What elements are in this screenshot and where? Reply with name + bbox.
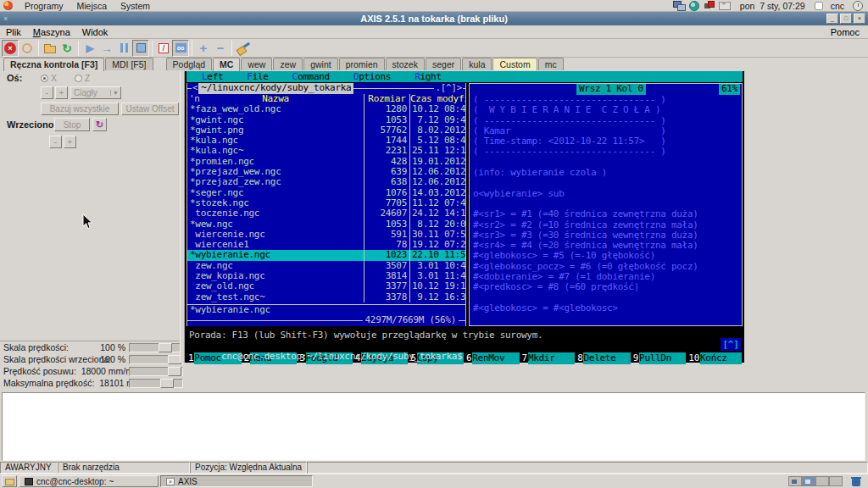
mc-menu-options[interactable]: Options [353, 71, 391, 82]
spindle-turn-button[interactable]: ↻ [92, 118, 107, 131]
axis-z-radio[interactable]: Z [75, 73, 90, 83]
tab-mdi[interactable]: MDI [F5] [105, 58, 153, 70]
slider-handle[interactable] [168, 367, 181, 376]
slider-handle[interactable] [160, 379, 174, 388]
reload-button[interactable]: ↻ [58, 40, 75, 57]
slider-trough[interactable] [129, 379, 183, 388]
file-row[interactable]: *wew.ngc 1053 8.12 20:03 [187, 219, 465, 230]
mdi-history-box[interactable] [2, 392, 865, 461]
file-row[interactable]: *faza_wew_old.ngc 1280 10.12 08:46 [187, 104, 465, 114]
zoom-out-button[interactable]: − [212, 40, 229, 57]
scroll-up-mark[interactable]: [^] [721, 338, 741, 351]
mc-file-panel[interactable]: < ~/linuxcnc/kody/suby_tokarka .[^]> 'nN… [186, 83, 466, 326]
sort-indicator[interactable]: 'n [189, 94, 200, 104]
estop-button[interactable]: × [2, 40, 19, 57]
menu-system[interactable]: System [114, 0, 157, 12]
jog-minus-button[interactable]: - [41, 86, 53, 99]
tab-promien[interactable]: promien [339, 58, 385, 70]
function-key[interactable]: 9 PullDn [632, 352, 687, 364]
file-row[interactable]: *seger.ngc 1076 14.03.2012 [187, 188, 465, 198]
menu-miejsca[interactable]: Miejsca [70, 0, 114, 12]
tab-podgląd[interactable]: Podgląd [166, 58, 213, 70]
col-name[interactable]: Nazwa [262, 94, 289, 104]
clear-plot-button[interactable] [235, 40, 252, 57]
tab-stozek[interactable]: stozek [386, 58, 425, 70]
home-all-button[interactable]: Bazuj wszystkie [41, 103, 119, 115]
mc-menu-right[interactable]: Right [415, 71, 442, 82]
panel-corner-marks[interactable]: .[^]> [434, 83, 463, 93]
current-path[interactable]: ~/linuxcnc/kody/suby_tokarka [198, 83, 353, 93]
spindle-minus-button[interactable]: - [49, 136, 62, 148]
trash-icon[interactable] [851, 476, 861, 486]
tab-reczna-kontrola[interactable]: Ręczna kontrola [F3] [3, 58, 104, 71]
file-row[interactable]: zew_test.ngc~ 3378 9.12 16:37 [187, 292, 465, 302]
tab-seger[interactable]: seger [426, 58, 461, 70]
machine-power-button[interactable] [19, 40, 36, 57]
task-axis[interactable]: × AXIS [160, 475, 313, 487]
tab-mc[interactable]: MC [213, 58, 240, 71]
axis-x-radio[interactable]: X [41, 73, 57, 83]
window-titlebar[interactable]: × AXIS 2.5.1 na tokarka (brak pliku) _ □… [0, 12, 868, 25]
file-row[interactable]: toczenie.ngc 24607 24.12 14:16 [187, 208, 465, 219]
file-row[interactable]: wiercenie1 78 19.12 07:23 [187, 240, 465, 250]
volume-muted-icon[interactable] [704, 1, 715, 10]
jog-mode-select[interactable]: Ciągły ▼ [70, 86, 121, 99]
open-file-button[interactable] [42, 40, 58, 57]
network-icon[interactable] [688, 1, 699, 10]
file-row[interactable]: *wybieranie.ngc 1023 22.10 11:57 [187, 250, 465, 260]
task-terminal[interactable]: cnc@cnc-desktop: ~ [19, 475, 159, 487]
menu-plik[interactable]: Plik [0, 27, 27, 37]
mc-menu-left[interactable]: Left [202, 71, 223, 82]
function-key[interactable]: 10 Kończ [687, 352, 742, 364]
clock[interactable]: pon 7 sty, 07:29 [735, 1, 810, 11]
workspace-2[interactable] [802, 476, 815, 486]
file-row[interactable]: *przejazd_wew.ngc 639 12.06.2012 [187, 167, 465, 177]
mc-terminal[interactable]: LeftFileCommandOptionsRight < ~/linuxcnc… [185, 71, 744, 363]
set-offset-button[interactable]: Ustaw Offset [121, 103, 179, 115]
step-button[interactable]: → [98, 40, 115, 57]
tab-gwint[interactable]: gwint [303, 58, 338, 70]
file-row[interactable]: wiercenie.ngc 591 30.11 07:57 [187, 230, 465, 240]
zoom-in-button[interactable]: + [195, 40, 212, 57]
file-row[interactable]: zew_kopia.ngc 3814 3.01 11:42 [187, 271, 465, 281]
stop-button[interactable] [132, 40, 149, 57]
slider-trough[interactable] [129, 343, 183, 352]
function-key[interactable]: 6 RenMov [465, 352, 520, 364]
tab-custom[interactable]: Custom [492, 58, 537, 70]
mail-icon[interactable] [719, 1, 730, 10]
file-row[interactable]: *gwint.ngc 1053 7.12 09:40 [187, 115, 465, 125]
jog-plus-button[interactable]: + [55, 86, 68, 99]
mc-viewer-panel[interactable]: Wrsz 1 Kol 0 61% ( ---------------------… [469, 83, 743, 326]
tab-mc[interactable]: mc [538, 58, 564, 70]
spindle-stop-button[interactable]: Stop [54, 118, 90, 131]
slider-trough[interactable] [129, 355, 183, 364]
menu-widok[interactable]: Widok [76, 27, 114, 37]
file-row[interactable]: *przejazd_zew.ngc 638 12.06.2012 [187, 177, 465, 187]
mc-menu-command[interactable]: Command [292, 71, 330, 82]
file-row[interactable]: *promien.ngc 428 19.01.2012 [187, 157, 465, 167]
menu-maszyna[interactable]: Maszyna [27, 27, 76, 37]
workspace-3[interactable] [815, 476, 829, 486]
slider-trough[interactable] [129, 367, 183, 376]
history-left-mark[interactable]: < [192, 83, 198, 93]
optional-stop-button[interactable]: oo [172, 40, 189, 57]
shutdown-icon[interactable] [853, 1, 863, 11]
function-key[interactable]: 8 Delete [576, 352, 631, 364]
spindle-plus-button[interactable]: + [64, 136, 76, 148]
file-row[interactable]: *stozek.ngc 7705 11.12 07:46 [187, 198, 465, 208]
distro-logo-icon[interactable] [3, 1, 13, 10]
tab-kula[interactable]: kula [462, 58, 492, 70]
user-switcher[interactable]: cnc [827, 1, 848, 11]
menu-programy[interactable]: Programy [18, 0, 70, 12]
shell-prompt[interactable]: cnc@cnc-desktop:~/linuxcnc/kody/suby_tok… [186, 341, 743, 351]
pause-button[interactable] [115, 40, 132, 57]
mc-menu-file[interactable]: File [247, 71, 268, 82]
col-mtime[interactable]: Czas modyfi [409, 94, 465, 104]
function-key[interactable]: 7 Mkdir [521, 352, 576, 364]
workspace-1[interactable] [788, 476, 802, 486]
workspace-4[interactable] [829, 476, 843, 486]
show-desktop-button[interactable] [2, 475, 17, 487]
tab-wew[interactable]: wew [241, 58, 272, 70]
file-row[interactable]: *kula.ngc 1744 5.12 08:44 [187, 136, 465, 146]
menu-pomoc[interactable]: Pomoc [822, 27, 868, 37]
